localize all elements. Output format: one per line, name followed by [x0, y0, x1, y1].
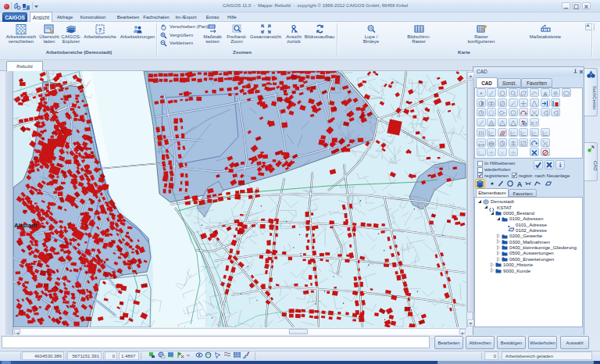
svg-text:A: A: [543, 91, 548, 98]
svg-text:?: ?: [98, 27, 102, 34]
svg-text:Altstadt: Altstadt: [14, 222, 38, 229]
svg-text:B.T: B.T: [531, 121, 538, 126]
svg-text:A: A: [517, 180, 523, 188]
svg-text:h: h: [501, 151, 503, 155]
